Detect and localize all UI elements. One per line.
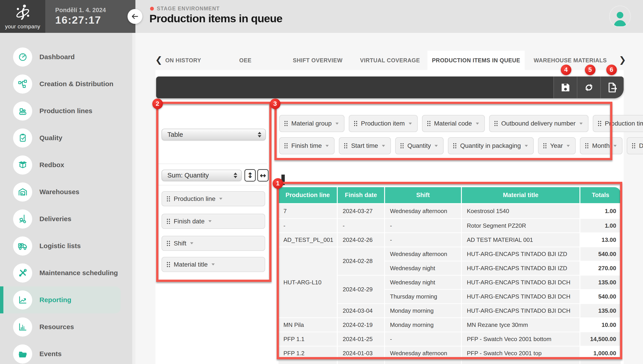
truck-clock-icon [13, 236, 32, 256]
renderer-select[interactable]: Table [161, 129, 266, 140]
drag-handle-icon[interactable] [354, 120, 358, 126]
chevron-down-icon[interactable] [476, 122, 479, 125]
sidebar-item-events[interactable]: Events [0, 340, 135, 364]
field-chip-label: Material title [174, 261, 208, 268]
chevron-down-icon[interactable] [613, 145, 617, 147]
chevron-down-icon[interactable] [326, 145, 329, 147]
chevron-down-icon[interactable] [211, 264, 215, 266]
refresh-button[interactable] [577, 76, 600, 98]
sidebar-item-quality[interactable]: Quality [0, 124, 135, 152]
chevron-down-icon[interactable] [382, 145, 385, 147]
chevron-down-icon[interactable] [579, 122, 583, 125]
drag-handle-icon[interactable] [453, 143, 457, 149]
field-chip-finish-date[interactable]: Finish date [161, 214, 265, 229]
chevron-down-icon[interactable] [219, 198, 222, 200]
clipboard-check-icon [13, 128, 32, 148]
column-header-shift[interactable]: Shift [385, 187, 462, 204]
drag-handle-icon[interactable] [494, 120, 498, 126]
chevron-down-icon[interactable] [335, 122, 339, 125]
order-vertical-button[interactable]: ↕ [245, 169, 256, 182]
sidebar-item-reporting[interactable]: Reporting [0, 286, 121, 314]
field-chip-production-line[interactable]: Production line [161, 191, 265, 206]
drag-handle-icon[interactable] [166, 196, 170, 202]
table-cell: MN Pila [279, 318, 338, 332]
chevron-down-icon[interactable] [435, 145, 438, 147]
field-chip-production-time[interactable]: Production time [593, 115, 643, 132]
sidebar-item-logistic-lists[interactable]: Logistic lists [0, 232, 135, 260]
field-chip-start-time[interactable]: Start time [339, 137, 391, 154]
back-button[interactable] [127, 9, 142, 24]
field-chip-quantity-in-packaging[interactable]: Quantity in packaging [448, 137, 534, 154]
table-cell: HUT-ARG-L10 [279, 246, 338, 318]
order-horizontal-button[interactable]: ↔ [257, 169, 269, 182]
drag-handle-icon[interactable] [166, 218, 170, 224]
sidebar-item-dashboard[interactable]: Dashboard [0, 44, 135, 70]
column-header-totals[interactable]: Totals [580, 187, 621, 204]
field-chip-material-code[interactable]: Material code [422, 115, 485, 132]
drag-handle-icon[interactable] [284, 143, 288, 149]
drag-handle-icon[interactable] [585, 143, 589, 149]
field-chip-month[interactable]: Month [580, 137, 622, 154]
table-row: ---Rotor Segment PZ20R1.00 [279, 218, 621, 232]
field-chip-label: Production time [605, 120, 643, 127]
sidebar-item-creation-distribution[interactable]: Creation & Distribution [0, 70, 135, 98]
current-date: Pondělí 1. 4. 2024 [55, 7, 135, 14]
table-cell: AD_TEST_PL_001 [279, 232, 338, 246]
sidebar-item-production-lines[interactable]: Production lines [0, 98, 135, 124]
drag-handle-icon[interactable] [598, 120, 601, 126]
chevron-down-icon[interactable] [567, 145, 570, 147]
tab-production-items-in-queue[interactable]: PRODUCTION ITEMS IN QUEUE [427, 50, 525, 70]
column-header-material-title[interactable]: Material title [462, 187, 580, 204]
sidebar-item-warehouses[interactable]: Warehouses [0, 178, 135, 206]
chevron-down-icon[interactable] [409, 122, 412, 125]
chevron-down-icon[interactable] [190, 242, 193, 244]
sidebar-item-redbox[interactable]: Redbox [0, 152, 135, 178]
chevron-down-icon[interactable] [208, 220, 211, 222]
save-icon [560, 82, 571, 93]
table-cell: Wednesday afternoon [385, 246, 462, 261]
export-button[interactable] [600, 76, 624, 98]
tab-oee[interactable]: OEE [234, 50, 257, 70]
user-avatar[interactable] [609, 6, 631, 27]
field-chip-shift[interactable]: Shift [161, 236, 265, 251]
drag-handle-icon[interactable] [632, 143, 635, 149]
field-chip-production-item[interactable]: Production item [349, 115, 418, 132]
field-chip-finish-time[interactable]: Finish time [279, 137, 335, 154]
table-cell-total: 10.00 [580, 318, 621, 332]
environment-dot-icon [150, 7, 154, 10]
table-cell: 2024-02-29 [338, 275, 385, 303]
field-chip-material-title[interactable]: Material title [161, 257, 265, 272]
aggregator-select[interactable]: Sum: Quantity [161, 170, 242, 181]
save-button[interactable] [553, 76, 577, 98]
sidebar-item-maintenance-scheduling[interactable]: Maintenance scheduling [0, 260, 135, 286]
sidebar-item-resources[interactable]: Resources [0, 314, 135, 340]
column-header-finish-date[interactable]: Finish date [338, 187, 385, 204]
drag-handle-icon[interactable] [400, 143, 404, 149]
toolbar-buttons [553, 76, 624, 98]
drag-handle-icon[interactable] [344, 143, 348, 149]
tab-virtual-coverage[interactable]: VIRTUAL COVERAGE [355, 50, 425, 70]
drag-handle-icon[interactable] [166, 262, 170, 268]
field-chip-material-group[interactable]: Material group [279, 115, 344, 132]
tabs-scroll-right-icon[interactable]: ❯ [619, 55, 626, 65]
table-cell: 2024-03-27 [338, 204, 385, 218]
drag-handle-icon[interactable] [284, 120, 288, 126]
table-cell-total: 14,500.00 [580, 332, 621, 346]
annotation-badge-5: 5 [585, 64, 595, 75]
field-chip-label: Quantity in packaging [460, 142, 521, 150]
chevron-down-icon[interactable] [525, 145, 528, 147]
column-header-production-line[interactable]: Production line [279, 187, 338, 204]
field-chip-outbound-delivery-number[interactable]: Outbound delivery number [489, 115, 588, 132]
drag-handle-icon[interactable] [166, 240, 170, 246]
field-chip-year[interactable]: Year [538, 137, 576, 154]
table-row: HUT-ARG-L102024-02-28Wednesday afternoon… [279, 246, 621, 261]
drag-handle-icon[interactable] [427, 120, 431, 126]
tab-on-history[interactable]: ON HISTORY [160, 50, 206, 70]
table-cell: MN Rezane tyce 30mm [462, 318, 580, 332]
sidebar-item-deliveries[interactable]: Deliveries [0, 206, 135, 232]
tab-shift-overview[interactable]: SHIFT OVERVIEW [288, 50, 348, 70]
table-cell: PFP - Swatch Veco 2001 bottom [462, 332, 580, 346]
field-chip-quantity[interactable]: Quantity [395, 137, 444, 154]
drag-handle-icon[interactable] [543, 143, 547, 149]
field-chip-day[interactable]: Day [627, 137, 643, 154]
